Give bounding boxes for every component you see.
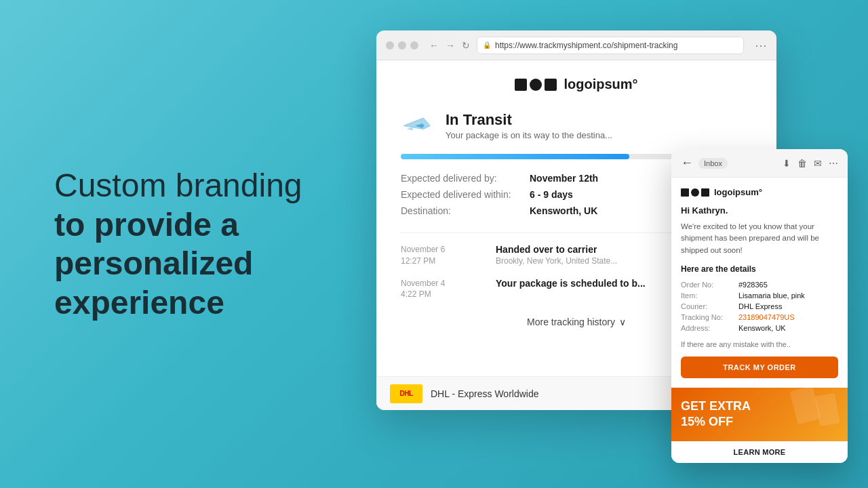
more-icon[interactable]: ⋯ [829,158,838,169]
back-button[interactable]: ← [681,156,693,170]
headline-bold-1: to provide a [54,206,239,242]
browser-topbar: ← → ↻ 🔒 https://www.trackmyshipment.co/s… [376,30,776,60]
email-logo-block-1 [681,188,689,197]
browser-dot-green [410,41,418,49]
transit-info: In Transit Your package is on its way to… [446,111,612,140]
logo-blocks [515,79,557,91]
refresh-icon[interactable]: ↻ [462,40,470,51]
logo-block-2 [545,79,557,91]
dhl-logo: DHL [390,384,422,403]
headline-bold-2: personalized [54,245,253,281]
browser-logo-text: logoipsum° [564,77,637,92]
plane-icon [401,113,435,140]
tracking-no-value: 23189047479US [738,312,838,323]
item-label: Item: [681,290,738,301]
learn-more-button[interactable]: LEARN MORE [671,441,848,463]
progress-bar-fill [401,154,629,159]
item-value: Lisamaria blue, pink [738,290,838,301]
email-intro: We're excited to let you know that your … [681,221,838,256]
courier-value: DHL Express [738,301,838,312]
email-logo-block-2 [701,188,709,197]
tracking-date-2: November 4 4:22 PM [401,278,482,301]
email-logo-blocks [681,188,709,197]
browser-dot-red [386,41,394,49]
detail-row-address: Address: Kenswork, UK [681,323,838,333]
browser-addressbar[interactable]: 🔒 https://www.trackmyshipment.co/shipmen… [477,37,744,54]
browser-nav[interactable]: ← → ↻ [429,40,470,51]
email-logo-circle [691,188,699,197]
transit-section: In Transit Your package is on its way to… [401,111,752,140]
destination-label: Destination: [401,205,530,216]
logo-circle [530,79,542,91]
delete-icon[interactable]: 🗑 [797,158,807,169]
tracking-date-1-date: November 6 [401,244,482,256]
logo-block-1 [515,79,527,91]
email-details-table: Order No: #928365 Item: Lisamaria blue, … [681,279,838,333]
more-history-label: More tracking history [527,317,615,327]
transit-subtitle: Your package is on its way to the destin… [446,130,612,140]
email-body: logoipsum° Hi Kathryn. We're excited to … [671,178,848,388]
track-my-order-button[interactable]: TRACK MY ORDER [681,357,838,378]
lock-icon: 🔒 [483,41,491,49]
chevron-down-icon: ∨ [619,317,626,327]
order-no-label: Order No: [681,279,738,290]
email-greeting: Hi Kathryn. [681,205,838,216]
delivered-within-value: 6 - 9 days [530,189,573,200]
headline-normal: Custom branding [54,167,302,203]
browser-dots [386,41,418,49]
email-actions: ⬇ 🗑 ✉ ⋯ [783,158,838,169]
courier-label: Courier: [681,301,738,312]
promo-text: GET EXTRA15% OFF [681,399,838,430]
email-topbar: ← Inbox ⬇ 🗑 ✉ ⋯ [671,149,848,178]
tracking-date-2-time: 4:22 PM [401,289,482,300]
tracking-date-1-time: 12:27 PM [401,256,482,267]
browser-logo-area: logoipsum° [401,77,752,92]
forward-icon[interactable]: → [446,40,455,51]
reply-icon[interactable]: ✉ [814,158,822,169]
email-logo-text: logoipsum° [714,187,762,197]
detail-row-item: Item: Lisamaria blue, pink [681,290,838,301]
email-details-title: Here are the details [681,264,838,274]
tracking-date-2-date: November 4 [401,278,482,289]
email-footer-text: If there are any mistake with the.. [681,340,838,348]
delivered-by-value: November 12th [530,173,598,184]
detail-row-courier: Courier: DHL Express [681,301,838,312]
headline-bold-3: experience [54,285,224,321]
destination-value: Kensworth, UK [530,205,597,216]
delivered-within-label: Expected delivered within: [401,189,530,200]
transit-title: In Transit [446,111,612,129]
browser-menu-icon[interactable]: ⋯ [755,38,767,53]
detail-row-order: Order No: #928365 [681,279,838,290]
left-panel: Custom branding to provide a personalize… [54,166,339,322]
detail-row-tracking: Tracking No: 23189047479US [681,312,838,323]
promo-banner: GET EXTRA15% OFF [671,388,848,441]
email-overlay: ← Inbox ⬇ 🗑 ✉ ⋯ logoipsum° Hi Kathryn. W… [671,149,848,463]
browser-dot-yellow [398,41,406,49]
address-label: Address: [681,323,738,333]
delivered-by-label: Expected delivered by: [401,173,530,184]
tracking-no-label: Tracking No: [681,312,738,323]
download-icon[interactable]: ⬇ [783,158,791,169]
address-value: Kenswork, UK [738,323,838,333]
inbox-badge: Inbox [698,158,728,169]
order-no-value: #928365 [738,279,838,290]
back-icon[interactable]: ← [429,40,439,51]
email-logo-area: logoipsum° [681,187,838,197]
browser-url: https://www.trackmyshipment.co/shipment-… [495,41,677,50]
tracking-date-1: November 6 12:27 PM [401,244,482,267]
dhl-carrier-name: DHL - Express Worldwide [431,388,539,399]
